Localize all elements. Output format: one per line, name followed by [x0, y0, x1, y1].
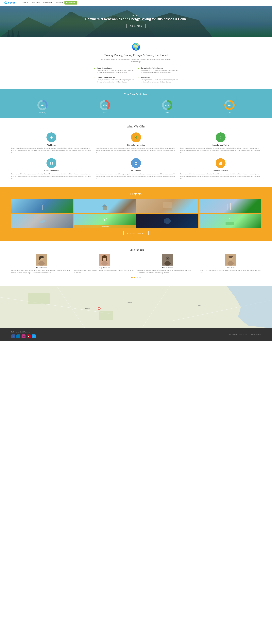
- chart-time-label: Time: [224, 112, 235, 114]
- offer-text-wind: Lorem ipsum dolor sit amet, consectetur …: [11, 147, 92, 154]
- optimize-section: You Can Optimize: 35% Electricity 40%: [0, 89, 272, 118]
- feature-text-4: Lorem ipsum dolor sit amet, consectetur …: [141, 79, 178, 83]
- feature-text-3: Lorem ipsum dolor sit amet, consectetur …: [97, 79, 135, 83]
- project-thumb-1[interactable]: [11, 199, 73, 213]
- project-thumb-4[interactable]: [199, 199, 261, 213]
- project-thumb-5[interactable]: [11, 214, 73, 228]
- svg-line-52: [105, 218, 107, 220]
- svg-rect-41: [105, 205, 106, 206]
- nav-grants[interactable]: GRANTS: [54, 1, 65, 4]
- social-linkedin[interactable]: in: [17, 334, 21, 338]
- offer-text-dashboard: Lorem ipsum dolor sit amet, consectetur …: [11, 173, 92, 180]
- social-twitter[interactable]: 🐦: [32, 334, 36, 338]
- project-thumb-8[interactable]: [199, 214, 261, 228]
- svg-rect-29: [219, 163, 220, 165]
- logo-icon: 🌐: [4, 1, 7, 4]
- offers-grid: Wind Power Lorem ipsum dolor sit amet, c…: [11, 132, 261, 180]
- svg-point-57: [229, 218, 230, 219]
- feature-title-4: Renewables: [141, 76, 178, 78]
- avatar-abram: [162, 254, 173, 266]
- svg-point-46: [227, 204, 228, 204]
- offer-wind-power: Wind Power Lorem ipsum dolor sit amet, c…: [11, 132, 92, 154]
- svg-text:Wien: Wien: [198, 305, 201, 306]
- testimonial-text-3: Frustrated of dolore et laborum magna al…: [137, 270, 198, 274]
- svg-rect-87: [99, 312, 113, 320]
- offer-icon-statistics: [216, 158, 225, 168]
- feature-title-1: Home Energy Saving: [97, 67, 135, 69]
- offer-text-home-energy: Lorem ipsum dolor sit amet, consectetur …: [180, 147, 261, 154]
- svg-point-17: [51, 136, 52, 136]
- social-pinterest[interactable]: P: [27, 334, 31, 338]
- offer-title-wind: Wind Power: [11, 144, 92, 146]
- svg-rect-67: [102, 257, 103, 261]
- svg-rect-68: [106, 257, 107, 261]
- chart-gas-label: Gas: [99, 112, 111, 114]
- offer-support: 24/7 Support Lorem ipsum dolor sit amet,…: [96, 158, 176, 180]
- svg-point-78: [228, 256, 233, 258]
- svg-rect-86: [28, 293, 50, 304]
- nav-about[interactable]: ABOUT: [21, 1, 30, 4]
- check-icon-3: ✔: [94, 77, 95, 79]
- testimonials-grid: Albert Jubishs Consectetur adipiscing el…: [11, 254, 261, 274]
- donut-gas: 40%: [99, 100, 111, 111]
- navbar: 🌐 SkyNet ABOUT SERVICES PROJECTS GRANTS …: [0, 0, 272, 6]
- about-title: Saving Money, Saving Energy & Saving the…: [11, 54, 261, 57]
- svg-rect-39: [103, 207, 107, 210]
- nav-projects[interactable]: PROJECTS: [42, 1, 54, 4]
- feature-title-3: Commercial Renewables: [97, 76, 135, 78]
- nav-links: ABOUT SERVICES PROJECTS GRANTS CONTACTS: [21, 1, 77, 4]
- nav-services[interactable]: SERVICES: [30, 1, 42, 4]
- optimize-title: You Can Optimize:: [11, 93, 261, 96]
- svg-text:Salzburg: Salzburg: [128, 302, 132, 303]
- dot-4[interactable]: [139, 277, 141, 278]
- about-subtitle: We are all conscious of the effect that …: [101, 58, 171, 63]
- chart-electricity: 35% Electricity: [37, 100, 48, 114]
- check-icon-1: ✔: [94, 67, 95, 70]
- offer-title-support: 24/7 Support: [96, 170, 176, 172]
- svg-text:München: München: [85, 308, 90, 309]
- social-instagram[interactable]: 📷: [22, 334, 26, 338]
- offer-icon-wind: [47, 132, 56, 142]
- svg-point-62: [39, 256, 41, 260]
- testimonial-dots: [11, 277, 261, 279]
- testimonial-4: Mike Solty Ut enim ad minim veniam, quis…: [200, 254, 261, 274]
- social-label: Follow Us on Social Networks: [11, 331, 36, 333]
- chart-water: 49% Water: [161, 100, 173, 114]
- logo-text: SkyNet: [8, 2, 15, 4]
- svg-text:🌿: 🌿: [134, 136, 138, 139]
- project-thumb-6[interactable]: Project name: [74, 214, 136, 228]
- social-icons: f in 📷 P 🐦: [11, 334, 36, 338]
- about-section: 🌍 Saving Money, Saving Energy & Saving t…: [0, 37, 272, 89]
- features-grid: ✔ Home Energy Saving Lorem ipsum dolor s…: [94, 67, 178, 83]
- offer-title-statistics: Excellent Statistics: [180, 170, 261, 172]
- footer-copyright: 2015 COPYRIGHT BY SKYNET. PRIVACY POLICY: [228, 334, 261, 336]
- view-all-projects-button[interactable]: View All Projects: [123, 231, 149, 236]
- site-logo[interactable]: 🌐 SkyNet: [4, 1, 15, 4]
- social-facebook[interactable]: f: [11, 334, 15, 338]
- project-thumb-2[interactable]: [74, 199, 136, 213]
- chart-water-label: Water: [161, 112, 173, 114]
- feature-energy-business: ✔ Energy Saving for Businesses Lorem ips…: [137, 67, 178, 74]
- project-thumb-3[interactable]: [136, 199, 198, 213]
- offer-icon-support: [131, 158, 141, 168]
- dot-2[interactable]: [134, 277, 135, 278]
- nav-contacts[interactable]: CONTACTS: [65, 1, 77, 4]
- avatar-july: [99, 254, 110, 266]
- testimonial-name-2: July Summers: [74, 267, 135, 269]
- svg-point-94: [98, 308, 100, 309]
- svg-point-60: [38, 261, 45, 266]
- projects-section: Projects: [0, 187, 272, 241]
- testimonials-title: Testimonials: [11, 248, 261, 252]
- projects-title: Projects: [11, 192, 261, 196]
- dot-3[interactable]: [137, 277, 138, 278]
- footer-social: Follow Us on Social Networks f in 📷 P 🐦: [11, 331, 36, 338]
- chart-gas: 40% Gas: [99, 100, 111, 114]
- avatar-albert: [36, 254, 47, 266]
- svg-line-51: [103, 218, 105, 220]
- feature-commercial: ✔ Commercial Renewables Lorem ipsum dolo…: [94, 76, 135, 83]
- dot-1[interactable]: [131, 277, 133, 278]
- svg-point-77: [227, 261, 234, 266]
- project-thumb-7[interactable]: [136, 214, 198, 228]
- hero-cta-button[interactable]: Take a Tour: [127, 24, 145, 28]
- feature-renewables: ✔ Renewables Lorem ipsum dolor sit amet,…: [137, 76, 178, 83]
